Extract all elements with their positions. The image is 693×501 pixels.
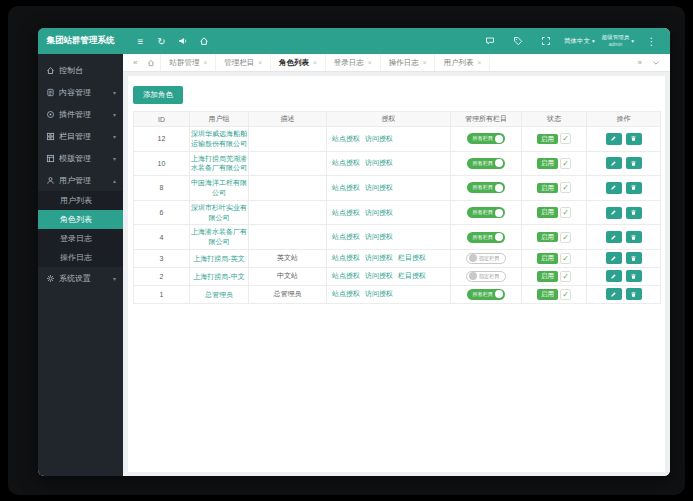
delete-button[interactable] xyxy=(626,270,642,282)
scope-toggle[interactable]: 所有栏目 xyxy=(467,207,504,218)
tab-role-list[interactable]: 角色列表× xyxy=(271,54,326,71)
sidebar-item-dashboard[interactable]: 控制台 xyxy=(38,59,123,81)
announce-icon[interactable] xyxy=(172,32,193,50)
edit-button[interactable] xyxy=(606,133,622,145)
close-icon[interactable]: × xyxy=(368,59,372,66)
edit-button[interactable] xyxy=(606,157,622,169)
permission-link[interactable]: 访问授权 xyxy=(365,135,393,142)
close-icon[interactable]: × xyxy=(258,59,262,66)
tabs-collapse-button[interactable]: « xyxy=(128,54,142,71)
permission-link[interactable]: 访问授权 xyxy=(365,290,393,297)
cell-user-group[interactable]: 中国海洋工程有限公司 xyxy=(190,176,249,201)
status-enabled-button[interactable]: 启用 xyxy=(537,289,558,300)
cell-user-group[interactable]: 上海潜水装备厂有限公司 xyxy=(190,225,249,250)
scope-toggle[interactable]: 指定栏目 xyxy=(466,271,505,282)
status-enabled-button[interactable]: 启用 xyxy=(537,271,558,282)
tab-user-list[interactable]: 用户列表× xyxy=(435,54,490,71)
tab-home-icon[interactable] xyxy=(142,54,160,71)
home-icon[interactable] xyxy=(193,32,214,50)
comment-icon[interactable] xyxy=(480,32,501,50)
sidebar-item-user[interactable]: 用户管理▴ xyxy=(38,169,123,191)
delete-button[interactable] xyxy=(626,231,642,243)
scope-toggle[interactable]: 所有栏目 xyxy=(467,232,504,243)
status-checkbox[interactable]: ✓ xyxy=(560,133,571,144)
tab-operation-log[interactable]: 操作日志× xyxy=(381,54,436,71)
permission-link[interactable]: 访问授权 xyxy=(365,272,393,279)
tag-icon[interactable] xyxy=(508,32,529,50)
cell-user-group[interactable]: 深圳市杉叶实业有限公司 xyxy=(190,200,249,225)
permission-link[interactable]: 站点授权 xyxy=(332,233,360,240)
status-checkbox[interactable]: ✓ xyxy=(560,158,571,169)
close-icon[interactable]: × xyxy=(203,59,207,66)
sidebar-item-operation-log[interactable]: 操作日志 xyxy=(38,248,123,267)
permission-link[interactable]: 访问授权 xyxy=(365,184,393,191)
status-checkbox[interactable]: ✓ xyxy=(560,253,571,264)
delete-button[interactable] xyxy=(626,207,642,219)
permission-link[interactable]: 访问授权 xyxy=(365,254,393,261)
delete-button[interactable] xyxy=(626,157,642,169)
sidebar-item-role-list[interactable]: 角色列表 xyxy=(38,210,123,229)
user-menu[interactable]: 超级管理员 admin ▾ xyxy=(602,34,634,47)
status-enabled-button[interactable]: 启用 xyxy=(537,183,558,194)
sidebar-item-template[interactable]: 模版管理▾ xyxy=(38,147,123,169)
status-checkbox[interactable]: ✓ xyxy=(560,232,571,243)
cell-user-group[interactable]: 上海打捞局-英文 xyxy=(190,249,249,267)
status-checkbox[interactable]: ✓ xyxy=(560,182,571,193)
tabs-menu-chevron-icon[interactable] xyxy=(647,59,665,67)
tab-manage-column[interactable]: 管理栏目× xyxy=(216,54,271,71)
status-checkbox[interactable]: ✓ xyxy=(560,289,571,300)
delete-button[interactable] xyxy=(626,252,642,264)
close-icon[interactable]: × xyxy=(477,59,481,66)
sidebar-item-plugin[interactable]: 插件管理▾ xyxy=(38,103,123,125)
permission-link[interactable]: 站点授权 xyxy=(332,184,360,191)
scope-toggle[interactable]: 所有栏目 xyxy=(467,158,504,169)
edit-button[interactable] xyxy=(606,270,622,282)
tabs-overflow-button[interactable]: » xyxy=(633,58,647,67)
permission-link[interactable]: 访问授权 xyxy=(365,159,393,166)
fullscreen-icon[interactable] xyxy=(536,32,557,50)
cell-user-group[interactable]: 总管理员 xyxy=(190,285,249,303)
edit-button[interactable] xyxy=(606,288,622,300)
sidebar-item-login-log[interactable]: 登录日志 xyxy=(38,229,123,248)
delete-button[interactable] xyxy=(626,288,642,300)
status-enabled-button[interactable]: 启用 xyxy=(537,207,558,218)
delete-button[interactable] xyxy=(626,182,642,194)
status-checkbox[interactable]: ✓ xyxy=(560,207,571,218)
more-icon[interactable]: ⋮ xyxy=(641,32,662,50)
close-icon[interactable]: × xyxy=(423,59,427,66)
status-enabled-button[interactable]: 启用 xyxy=(537,232,558,243)
status-enabled-button[interactable]: 启用 xyxy=(537,253,558,264)
edit-button[interactable] xyxy=(606,231,622,243)
edit-button[interactable] xyxy=(606,252,622,264)
scope-toggle[interactable]: 所有栏目 xyxy=(467,133,504,144)
sidebar-item-system[interactable]: 系统设置▾ xyxy=(38,267,123,289)
permission-link[interactable]: 站点授权 xyxy=(332,159,360,166)
cell-user-group[interactable]: 上海打捞局芜湖潜水装备厂有限公司 xyxy=(190,151,249,176)
permission-link[interactable]: 站点授权 xyxy=(332,135,360,142)
status-checkbox[interactable]: ✓ xyxy=(560,271,571,282)
menu-icon[interactable]: ≡ xyxy=(130,32,151,50)
cell-user-group[interactable]: 上海打捞局-中文 xyxy=(190,267,249,285)
status-enabled-button[interactable]: 启用 xyxy=(537,134,558,145)
scope-toggle[interactable]: 指定栏目 xyxy=(466,253,505,264)
permission-link[interactable]: 站点授权 xyxy=(332,209,360,216)
scope-toggle[interactable]: 所有栏目 xyxy=(467,289,504,300)
edit-button[interactable] xyxy=(606,207,622,219)
sidebar-item-content[interactable]: 内容管理▾ xyxy=(38,81,123,103)
refresh-icon[interactable]: ↻ xyxy=(151,32,172,50)
permission-link[interactable]: 站点授权 xyxy=(332,254,360,261)
sidebar-item-column[interactable]: 栏目管理▾ xyxy=(38,125,123,147)
permission-link[interactable]: 访问授权 xyxy=(365,209,393,216)
status-enabled-button[interactable]: 启用 xyxy=(537,158,558,169)
cell-user-group[interactable]: 深圳华威远海船舶运输股份有限公司 xyxy=(190,127,249,152)
language-selector[interactable]: 简体中文 ▾ xyxy=(564,37,595,46)
close-icon[interactable]: × xyxy=(313,59,317,66)
edit-button[interactable] xyxy=(606,182,622,194)
scope-toggle[interactable]: 所有栏目 xyxy=(467,182,504,193)
delete-button[interactable] xyxy=(626,133,642,145)
tab-login-log[interactable]: 登录日志× xyxy=(326,54,381,71)
tab-site-group[interactable]: 站群管理× xyxy=(160,54,216,71)
permission-link[interactable]: 站点授权 xyxy=(332,290,360,297)
permission-link[interactable]: 访问授权 xyxy=(365,233,393,240)
permission-link[interactable]: 栏目授权 xyxy=(398,272,426,279)
